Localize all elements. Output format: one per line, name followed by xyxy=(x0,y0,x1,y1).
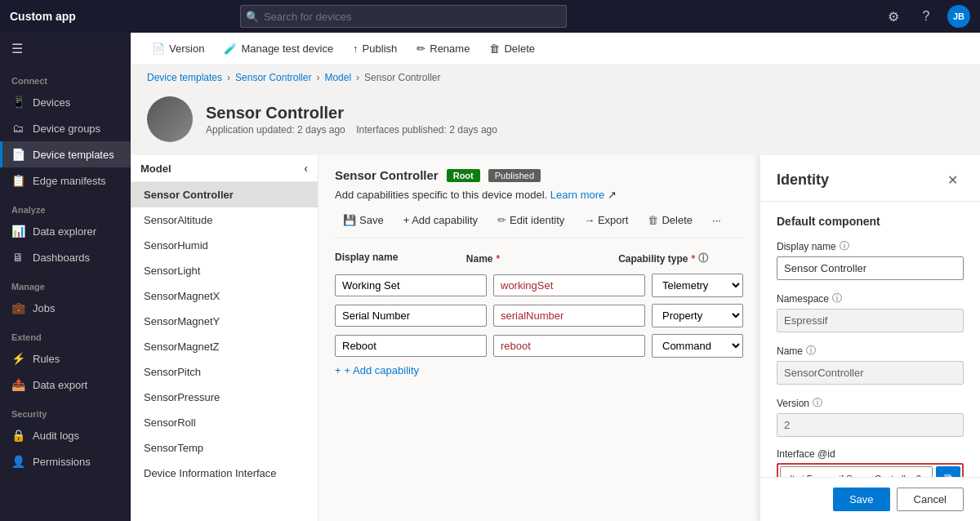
main-panel: Sensor Controller Root Published Add cap… xyxy=(318,155,760,521)
type-required-indicator: * xyxy=(692,253,696,265)
identity-title: Identity xyxy=(777,171,829,189)
capability-table: Display name Name * Capability type * ⓘ xyxy=(335,248,743,376)
version-icon: 📄 xyxy=(152,42,165,55)
interface-id-input[interactable] xyxy=(780,466,933,477)
panel-title: Sensor Controller xyxy=(335,168,439,182)
identity-cancel-button[interactable]: Cancel xyxy=(897,488,964,511)
hamburger-icon[interactable]: ☰ xyxy=(0,33,131,65)
settings-icon[interactable]: ⚙ xyxy=(882,5,905,28)
capability-type-info-icon[interactable]: ⓘ xyxy=(698,252,708,265)
tree-item-device-info-interface[interactable]: Device Information Interface xyxy=(131,461,318,486)
sidebar-item-rules[interactable]: ⚡ Rules xyxy=(0,345,131,372)
tree-item-sensor-magnety[interactable]: SensorMagnetY xyxy=(131,309,318,334)
display-name-label: Display name ⓘ xyxy=(777,239,964,253)
copy-interface-id-button[interactable]: ⧉ xyxy=(936,466,960,477)
manage-test-device-button[interactable]: 🧪 Manage test device xyxy=(216,39,341,58)
tree-item-sensor-altitude[interactable]: SensorAltitude xyxy=(131,207,318,233)
export-button[interactable]: → Export xyxy=(576,211,636,229)
copy-icon: ⧉ xyxy=(944,471,952,477)
type-select-2[interactable]: Telemetry Property Command xyxy=(652,334,743,358)
rename-button[interactable]: ✏ Rename xyxy=(408,39,478,58)
sidebar: ☰ Connect 📱 Devices 🗂 Device groups 📄 De… xyxy=(0,33,131,521)
save-cap-button[interactable]: 💾 Save xyxy=(335,211,392,229)
delete-button[interactable]: 🗑 Delete xyxy=(481,39,543,58)
page-content: Device templates › Sensor Controller › M… xyxy=(131,65,980,521)
identity-save-button[interactable]: Save xyxy=(833,488,890,511)
sidebar-item-device-groups[interactable]: 🗂 Device groups xyxy=(0,115,131,141)
device-meta: Application updated: 2 days ago Interfac… xyxy=(206,124,497,136)
tree-item-sensor-humid[interactable]: SensorHumid xyxy=(131,233,318,258)
breadcrumb-device-templates[interactable]: Device templates xyxy=(147,72,222,83)
name-input-2[interactable] xyxy=(493,335,645,357)
permissions-icon: 👤 xyxy=(11,455,24,468)
three-panel: Model ‹ Sensor Controller SensorAltitude… xyxy=(131,155,980,521)
delete-icon: 🗑 xyxy=(489,42,500,55)
avatar[interactable]: JB xyxy=(947,5,970,28)
sidebar-item-data-explorer[interactable]: 📊 Data explorer xyxy=(0,218,131,244)
tree-item-sensor-magnetx[interactable]: SensorMagnetX xyxy=(131,283,318,309)
identity-panel: Identity ✕ Default component Display nam… xyxy=(760,155,980,521)
delete-cap-button[interactable]: 🗑 Delete xyxy=(639,211,701,229)
device-header: Sensor Controller Application updated: 2… xyxy=(131,90,980,155)
tree-item-sensor-pressure[interactable]: SensorPressure xyxy=(131,385,318,410)
sidebar-item-permissions[interactable]: 👤 Permissions xyxy=(0,448,131,474)
collapse-tree-button[interactable]: ‹ xyxy=(304,162,308,175)
add-capability-button[interactable]: + Add capability xyxy=(395,211,486,229)
version-button[interactable]: 📄 Version xyxy=(144,39,212,58)
help-icon[interactable]: ? xyxy=(915,5,938,28)
table-row: Telemetry Property Command xyxy=(335,334,743,358)
dashboards-icon: 🖥 xyxy=(11,251,24,264)
search-input[interactable] xyxy=(240,5,567,28)
sidebar-item-edge-manifests[interactable]: 📋 Edge manifests xyxy=(0,167,131,194)
name-field[interactable] xyxy=(777,361,964,385)
sidebar-item-audit-logs[interactable]: 🔒 Audit logs xyxy=(0,422,131,448)
root-badge: Root xyxy=(447,169,480,182)
sidebar-label-data-export: Data export xyxy=(33,379,87,391)
name-input-0[interactable] xyxy=(493,274,645,296)
edit-identity-button[interactable]: ✏ Edit identity xyxy=(489,211,572,229)
display-name-field[interactable] xyxy=(777,256,964,280)
sidebar-label-devices: Devices xyxy=(33,96,70,109)
namespace-info-icon[interactable]: ⓘ xyxy=(832,292,842,305)
audit-logs-icon: 🔒 xyxy=(11,429,24,442)
data-export-icon: 📤 xyxy=(11,378,24,391)
tree-item-sensor-temp[interactable]: SensorTemp xyxy=(131,435,318,461)
namespace-field[interactable] xyxy=(777,309,964,332)
sidebar-item-data-export[interactable]: 📤 Data export xyxy=(0,372,131,398)
tree-item-sensor-light[interactable]: SensorLight xyxy=(131,258,318,283)
sidebar-item-device-templates[interactable]: 📄 Device templates xyxy=(0,141,131,167)
tree-item-sensor-pitch[interactable]: SensorPitch xyxy=(131,359,318,385)
name-info-icon[interactable]: ⓘ xyxy=(806,344,816,358)
display-name-input-1[interactable] xyxy=(335,305,487,327)
display-name-input-0[interactable] xyxy=(335,274,487,296)
tree-item-sensor-roll[interactable]: SensorRoll xyxy=(131,410,318,435)
breadcrumb-model[interactable]: Model xyxy=(324,72,351,83)
identity-section-title: Default component xyxy=(777,215,964,228)
device-avatar-image xyxy=(147,96,193,142)
edge-manifests-icon: 📋 xyxy=(11,174,24,187)
sidebar-item-devices[interactable]: 📱 Devices xyxy=(0,89,131,115)
sidebar-label-device-groups: Device groups xyxy=(33,122,100,135)
learn-more-link[interactable]: Learn more xyxy=(550,189,604,201)
name-input-1[interactable] xyxy=(493,305,645,327)
identity-close-button[interactable]: ✕ xyxy=(941,168,964,191)
breadcrumb-sensor-controller[interactable]: Sensor Controller xyxy=(235,72,311,83)
type-select-1[interactable]: Telemetry Property Command xyxy=(652,304,743,327)
version-field[interactable] xyxy=(777,413,964,437)
name-label: Name ⓘ xyxy=(777,344,964,358)
delete-label: Delete xyxy=(504,42,535,55)
sidebar-item-dashboards[interactable]: 🖥 Dashboards xyxy=(0,244,131,270)
sidebar-item-jobs[interactable]: 💼 Jobs xyxy=(0,295,131,321)
tree-item-sensor-controller[interactable]: Sensor Controller xyxy=(131,182,318,207)
tree-item-sensor-magnetz[interactable]: SensorMagnetZ xyxy=(131,334,318,359)
identity-header: Identity ✕ xyxy=(760,155,980,202)
main-toolbar: 📄 Version 🧪 Manage test device ↑ Publish… xyxy=(131,33,980,65)
version-info-icon[interactable]: ⓘ xyxy=(813,396,822,410)
add-capability-link[interactable]: + + Add capability xyxy=(335,364,743,376)
display-name-input-2[interactable] xyxy=(335,335,487,357)
display-name-info-icon[interactable]: ⓘ xyxy=(840,239,849,253)
more-button[interactable]: ··· xyxy=(704,211,729,229)
type-select-0[interactable]: Telemetry Property Command xyxy=(652,274,743,297)
col-display-name: Display name xyxy=(335,252,460,265)
publish-button[interactable]: ↑ Publish xyxy=(345,39,405,58)
